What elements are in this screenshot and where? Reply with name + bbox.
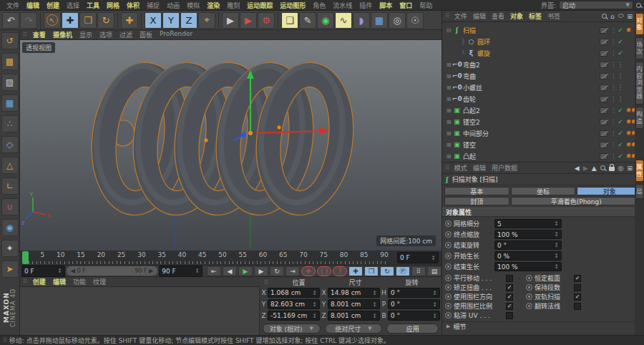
dock-tab-内容浏览器[interactable]: 内容浏览器 [635, 62, 644, 105]
dock-tab-场次[interactable]: 场次 [635, 37, 644, 59]
layer-toggle[interactable] [600, 153, 608, 160]
undo-button[interactable]: ↶ [2, 12, 19, 29]
animation-dot-icon[interactable] [445, 231, 452, 238]
animation-dot-icon[interactable] [526, 284, 532, 291]
property-field-终点缩放[interactable]: 100 %↕ [494, 230, 562, 239]
animation-dot-icon[interactable] [445, 303, 452, 309]
tab-平滑着色(Phong)[interactable]: 平滑着色(Phong) [511, 197, 642, 205]
grip-icon[interactable]: ⠿ [442, 13, 452, 19]
checkbox-双轨扫描[interactable]: ✓ [574, 293, 581, 301]
object-name[interactable]: 扫描 [463, 26, 476, 35]
tree-row-中间部分[interactable]: ⊞▣中间部分⋮✓ [442, 127, 644, 139]
menu-网格[interactable]: 网格 [103, 1, 123, 10]
visibility-dots[interactable]: ⋮ [610, 107, 614, 114]
play-forwards-button[interactable]: ▶ [238, 266, 253, 276]
filter-icon[interactable]: ⬭ [618, 12, 624, 20]
timeline-ruler[interactable]: 051015202530354045505560657075808590 0 F… [20, 251, 441, 266]
lock-z-axis-button[interactable]: Z [180, 12, 197, 29]
attribute-menu-模式[interactable]: 模式 [452, 163, 470, 172]
menu-体积[interactable]: 体积 [123, 1, 143, 10]
lock-x-axis-button[interactable]: X [145, 12, 162, 29]
stepper-icon[interactable]: ↕ [372, 290, 377, 296]
layer-toggle[interactable] [600, 73, 608, 79]
model-mode-button[interactable]: ▩ [1, 53, 19, 70]
tree-row-扫描[interactable]: ⊟ʃ扫描⋮✓ [442, 24, 644, 36]
dock-tab-层[interactable]: 层 [635, 184, 644, 200]
live-selection-tool[interactable]: ↖ [44, 12, 61, 29]
layer-toggle[interactable] [600, 50, 608, 57]
subdivision-surface-button[interactable]: ◉ [317, 12, 334, 29]
current-frame-spinner[interactable]: 0 F ↕ [397, 252, 439, 263]
lock-icon[interactable] [609, 167, 615, 171]
layer-toggle[interactable] [600, 142, 608, 148]
material-tag-icon[interactable] [627, 154, 631, 158]
deformer-button[interactable]: ◗ [353, 12, 370, 29]
material-menu-编辑[interactable]: 编辑 [49, 277, 69, 286]
loop-playback-button[interactable]: ↻ [270, 266, 284, 276]
axis-mode-button[interactable]: ∟ [1, 178, 19, 195]
object-menu-查看[interactable]: 查看 [489, 11, 507, 21]
edges-mode-button[interactable]: ◇ [1, 136, 19, 153]
generators-sweep-button[interactable]: ∿ [335, 12, 352, 29]
checkbox-使用围栏方向[interactable]: ✓ [506, 293, 513, 301]
coord-field-位置-Y[interactable]: 82.603 cm↕ [268, 299, 320, 309]
grip-icon[interactable]: ⠿ [20, 31, 29, 38]
animation-dot-icon[interactable] [445, 242, 452, 248]
timeline-panel-button[interactable]: ▤ [427, 266, 441, 276]
key-parameter-button[interactable]: Ⓟ [396, 266, 410, 276]
viewport-canvas[interactable]: Y X Z [20, 40, 441, 251]
workplane-mode-button[interactable]: ▦ [1, 94, 19, 112]
coord-field-尺寸-Y[interactable]: 8.001 cm↕ [328, 299, 380, 309]
checkbox-翻转法线[interactable] [574, 303, 581, 310]
expand-toggle-icon[interactable]: ⊞ [445, 107, 452, 114]
stepper-icon[interactable]: ↕ [312, 290, 317, 296]
object-name[interactable]: 弯曲2 [463, 60, 480, 69]
object-menu-书签[interactable]: 书签 [545, 11, 563, 21]
history-forward-icon[interactable]: ▶ [583, 165, 588, 172]
enable-toggle[interactable]: ⋮ [617, 95, 624, 102]
enable-toggle[interactable]: ✓ [617, 152, 624, 160]
viewport-menu-ProRender[interactable]: ProRender [156, 30, 196, 39]
details-group[interactable]: ▶ 细节 [442, 321, 644, 331]
visibility-dots[interactable]: ⋮ [610, 27, 614, 34]
points-mode-button[interactable]: ∴ [1, 115, 19, 132]
layer-toggle[interactable] [600, 130, 608, 137]
enable-toggle[interactable]: ⋮ [617, 84, 624, 91]
animation-dot-icon[interactable] [445, 312, 452, 319]
expand-toggle-icon[interactable]: ⊞ [445, 119, 452, 125]
attribute-menu-用户数据[interactable]: 用户数据 [489, 163, 520, 172]
visibility-dots[interactable]: ⋮ [610, 142, 614, 148]
object-name[interactable]: 螺旋 [477, 49, 490, 58]
view-label[interactable]: 透视视图 [22, 42, 55, 53]
coord-field-旋转-B[interactable]: 0 °↕ [388, 311, 440, 321]
object-name[interactable]: 圆环 [477, 37, 490, 47]
menu-创建[interactable]: 创建 [43, 1, 63, 10]
animation-dot-icon[interactable] [445, 263, 452, 270]
search-icon[interactable] [600, 165, 605, 170]
menu-雕刻[interactable]: 雕刻 [223, 1, 243, 10]
tree-row-圆环[interactable]: ├○圆环⋮✓ [442, 36, 644, 47]
add-panel-icon[interactable]: ⊞ [627, 165, 633, 172]
parent-object-icon[interactable]: ▲ [592, 165, 597, 172]
viewport-menu-显示[interactable]: 显示 [76, 30, 96, 39]
menu-窗口[interactable]: 窗口 [396, 1, 416, 10]
property-field-结束生长[interactable]: 100 %↕ [494, 262, 562, 271]
property-field-结束旋转[interactable]: 0 °↕ [494, 240, 562, 250]
stepper-icon[interactable]: ↕ [195, 268, 200, 274]
origin-handle[interactable] [248, 131, 253, 135]
layer-toggle[interactable] [600, 119, 608, 125]
spline-pen-button[interactable]: ✎ [299, 12, 316, 29]
checkbox-粘滞 UV . . .[interactable] [506, 312, 513, 319]
enable-toggle[interactable]: ✓ [617, 118, 624, 125]
tree-row-弯曲[interactable]: ⊞⌐0弯曲⋮⋮ [442, 70, 644, 82]
coordinate-mode-dropdown[interactable]: 对象 (相对) ▼ [263, 324, 321, 334]
render-picture-viewer-button[interactable]: ▶ [240, 12, 257, 29]
object-name[interactable]: 凸起 [463, 152, 476, 161]
viewport-menu-查看[interactable]: 查看 [29, 30, 49, 39]
object-name[interactable]: 凸起2 [463, 106, 480, 115]
menu-角色[interactable]: 角色 [309, 1, 329, 10]
visibility-dots[interactable]: ⋮ [610, 84, 614, 91]
property-field-网格细分[interactable]: 5↕ [494, 219, 562, 228]
goto-end-button[interactable]: ⇥ [286, 266, 300, 276]
material-tag-icon[interactable] [627, 120, 631, 124]
